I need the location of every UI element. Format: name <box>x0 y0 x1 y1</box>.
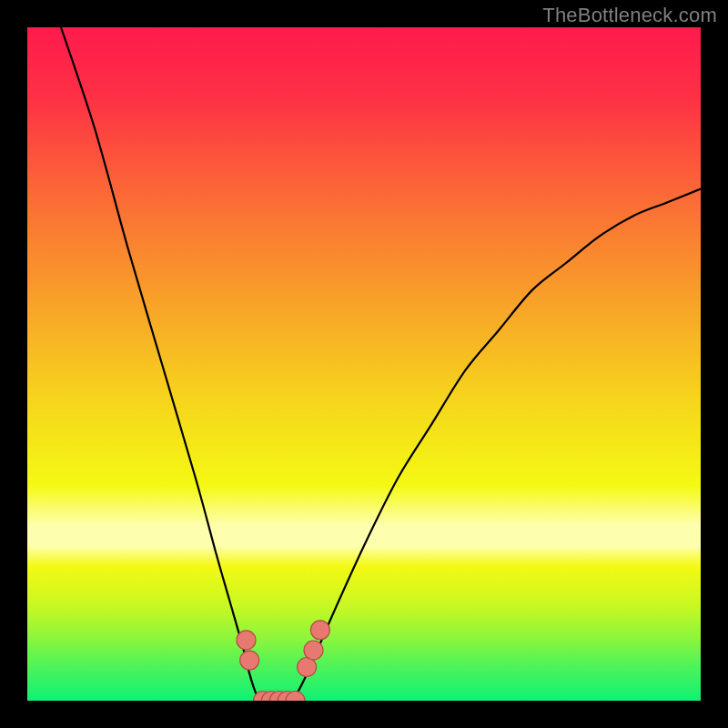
data-marker <box>304 641 323 660</box>
data-marker <box>310 621 329 640</box>
data-marker <box>298 658 317 677</box>
chart-frame: TheBottleneck.com <box>0 0 728 728</box>
chart-background <box>27 27 701 701</box>
bottleneck-chart <box>27 27 701 701</box>
data-marker <box>237 631 256 650</box>
data-marker <box>240 651 259 670</box>
watermark-text: TheBottleneck.com <box>542 4 717 27</box>
